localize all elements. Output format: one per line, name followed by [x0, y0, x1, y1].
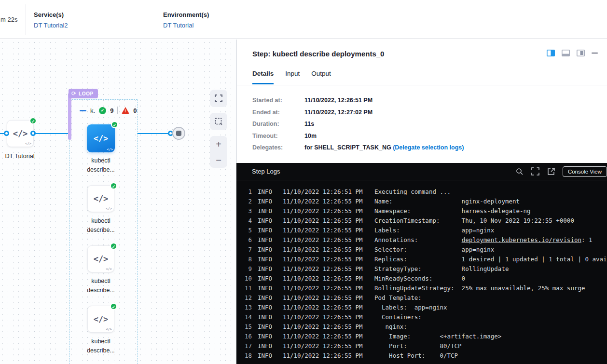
log-level: INFO — [258, 274, 276, 283]
log-timestamp: 11/10/2022 12:26:55 PM — [283, 197, 366, 206]
zoom-controls: + − — [210, 136, 227, 168]
log-line: 8INFO11/10/2022 12:26:55 PMReplicas: 1 d… — [242, 255, 607, 264]
log-actions: Console View — [516, 166, 607, 177]
node-dt-tutorial[interactable]: </> </> ✓ — [7, 120, 34, 147]
log-line: 12INFO11/10/2022 12:26:55 PMPod Template… — [242, 293, 607, 303]
detail-label: Started at: — [252, 97, 304, 104]
log-line-number: 10 — [242, 274, 252, 283]
step-logs-header: Step Logs Console View — [236, 163, 607, 180]
loop-badge[interactable]: ⟳ LOOP — [69, 89, 98, 98]
log-line: 10INFO11/10/2022 12:26:55 PMMinReadySeco… — [242, 274, 607, 283]
log-line: 14INFO11/10/2022 12:26:55 PM Containers: — [242, 312, 607, 322]
port-right — [30, 131, 36, 136]
detail-tabs: DetailsInputOutput — [252, 70, 331, 84]
fullscreen-icon[interactable] — [531, 167, 539, 175]
service-link[interactable]: DT Tutorial2 — [34, 22, 68, 29]
layout-right-icon[interactable] — [547, 50, 555, 56]
tab-input[interactable]: Input — [285, 70, 300, 84]
log-level: INFO — [258, 283, 276, 293]
step-logs-console[interactable]: 1INFO11/10/2022 12:26:51 PMExecuting com… — [236, 180, 607, 364]
log-timestamp: 11/10/2022 12:26:55 PM — [283, 274, 366, 283]
tab-output[interactable]: Output — [311, 70, 331, 84]
node-kubectl-describe[interactable]: </></>✓ — [87, 306, 114, 333]
log-line-number: 6 — [242, 235, 252, 245]
log-line-number: 16 — [242, 332, 252, 341]
log-message: Namespace: harness-delegate-ng — [374, 206, 531, 216]
log-level: INFO — [258, 187, 276, 197]
warning-triangle-icon — [122, 107, 129, 114]
log-level: INFO — [258, 332, 276, 341]
log-line: 9INFO11/10/2022 12:26:55 PMStrategyType:… — [242, 264, 607, 274]
detail-value: 11/10/2022, 12:26:51 PM — [304, 97, 372, 104]
log-line-number: 18 — [242, 351, 252, 361]
log-timestamp: 11/10/2022 12:26:55 PM — [283, 235, 366, 245]
marquee-select-icon — [215, 118, 222, 125]
log-line-number: 1 — [242, 187, 252, 197]
log-message: Executing command ... — [374, 187, 451, 197]
delegate-selection-logs-link[interactable]: (Delegate selection logs) — [393, 144, 464, 151]
tab-details[interactable]: Details — [252, 70, 274, 84]
log-line-number: 2 — [242, 197, 252, 206]
log-line: 16INFO11/10/2022 12:26:55 PM Image: <+ar… — [242, 332, 607, 341]
success-count: 9 — [110, 107, 113, 114]
minimize-icon[interactable] — [592, 52, 598, 54]
layout-inset-icon[interactable] — [577, 50, 585, 56]
node-label-line2: describe... — [69, 226, 132, 235]
expand-icon — [215, 94, 222, 102]
detail-value: 10m — [304, 133, 317, 139]
execution-header: m 22s Service(s) DT Tutorial2 Environmen… — [0, 0, 607, 39]
layout-bottom-icon[interactable] — [562, 50, 570, 56]
log-message: Replicas: 1 desired | 1 updated | 1 tota… — [374, 255, 607, 264]
detail-row: Ended at:11/10/2022, 12:27:02 PM — [252, 107, 464, 119]
panel-layout-controls — [547, 50, 598, 56]
code-mini-icon: </> — [106, 207, 112, 211]
open-in-new-icon[interactable] — [547, 168, 555, 175]
log-line: 15INFO11/10/2022 12:26:55 PM nginx: — [242, 322, 607, 332]
node-kubectl-describe[interactable]: </></>✓ — [87, 245, 114, 272]
search-icon[interactable] — [516, 168, 524, 175]
environment-link[interactable]: DT Tutorial — [163, 22, 209, 29]
log-message: Labels: app=nginx — [374, 226, 494, 235]
check-icon: ✓ — [110, 303, 117, 310]
marquee-select-button[interactable] — [210, 113, 227, 130]
failed-count: 0 — [133, 107, 137, 114]
loop-group-header: k. ✓ 9 0 — [80, 107, 137, 114]
fullscreen-canvas-button[interactable] — [210, 90, 227, 107]
log-timestamp: 11/10/2022 12:26:55 PM — [283, 312, 366, 322]
node-kubectl-describe[interactable]: </></>✓ — [87, 185, 114, 212]
log-line-number: 3 — [242, 206, 252, 216]
end-node[interactable] — [172, 127, 185, 140]
log-line: 11INFO11/10/2022 12:26:55 PMRollingUpdat… — [242, 283, 607, 293]
zoom-in-button[interactable]: + — [216, 139, 221, 149]
log-timestamp: 11/10/2022 12:26:51 PM — [283, 187, 366, 197]
detail-row: Delegates:for SHELL_SCRIPT_TASK_NG (Dele… — [252, 142, 464, 154]
log-line: 1INFO11/10/2022 12:26:51 PMExecuting com… — [242, 187, 607, 197]
collapse-icon[interactable] — [80, 110, 86, 111]
log-level: INFO — [258, 197, 276, 206]
log-link[interactable]: deployment.kubernetes.io/revision — [462, 236, 581, 243]
log-level: INFO — [258, 341, 276, 351]
log-level: INFO — [258, 226, 276, 235]
log-message: Selector: app=nginx — [374, 245, 494, 255]
step-details-panel: Step: kubectl describe deployments_0 Det… — [236, 40, 607, 163]
log-timestamp: 11/10/2022 12:26:55 PM — [283, 206, 366, 216]
log-line: 6INFO11/10/2022 12:26:55 PMAnnotations: … — [242, 235, 607, 245]
code-node-icon: </> — [94, 314, 109, 324]
tabs-divider — [237, 85, 607, 85]
log-timestamp: 11/10/2022 12:26:55 PM — [283, 264, 366, 274]
log-message: Containers: — [374, 312, 422, 322]
pipeline-canvas[interactable]: </> </> ✓ DT Tutorial ⟳ LOOP k. ✓ 9 0 </… — [0, 40, 236, 364]
log-level: INFO — [258, 303, 276, 312]
node-label-line1: kubectl — [69, 337, 132, 346]
node-label-line2: describe... — [69, 165, 132, 175]
details-list: Started at:11/10/2022, 12:26:51 PMEnded … — [252, 94, 464, 154]
log-message: CreationTimestamp: Thu, 10 Nov 2022 19:2… — [374, 216, 574, 226]
node-kubectl-describe[interactable]: </></>✓ — [87, 124, 115, 152]
zoom-out-button[interactable]: − — [216, 155, 221, 165]
console-view-button[interactable]: Console View — [563, 166, 607, 177]
detail-value: 11/10/2022, 12:27:02 PM — [304, 109, 372, 116]
log-timestamp: 11/10/2022 12:26:55 PM — [283, 322, 366, 332]
log-timestamp: 11/10/2022 12:26:55 PM — [283, 303, 366, 312]
log-message: Labels: app=nginx — [374, 303, 447, 312]
log-line: 7INFO11/10/2022 12:26:55 PMSelector: app… — [242, 245, 607, 255]
